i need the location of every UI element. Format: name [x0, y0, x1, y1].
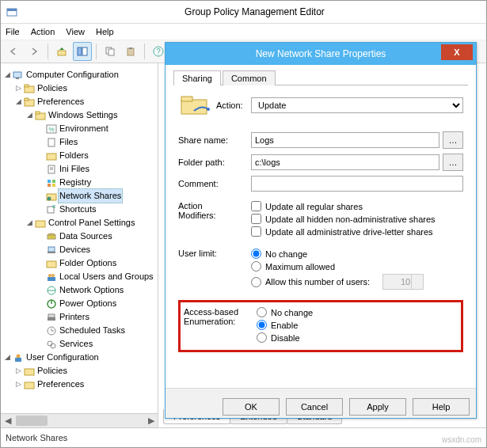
tree-control-panel-settings[interactable]: ◢Control Panel Settings [2, 216, 158, 230]
tree-local-users[interactable]: Local Users and Groups [2, 270, 158, 283]
dialog-title-bar[interactable]: New Network Share Properties X [166, 43, 476, 65]
svg-rect-21 [48, 139, 55, 146]
comment-input[interactable] [251, 176, 463, 192]
svg-rect-41 [48, 277, 55, 281]
mod-regular-shares[interactable]: Update all regular shares [251, 201, 463, 211]
share-name-label: Share name: [178, 135, 251, 145]
svg-rect-6 [108, 49, 114, 55]
close-button[interactable]: X [441, 44, 473, 60]
paste-button[interactable] [121, 42, 140, 61]
new-network-share-dialog: New Network Share Properties X Sharing C… [165, 42, 477, 419]
help-button[interactable]: Help [413, 398, 470, 416]
action-select[interactable]: Update [251, 97, 463, 113]
svg-text:?: ? [156, 47, 161, 56]
tree-view[interactable]: ◢Computer Configuration ▷Policies ◢Prefe… [1, 63, 158, 391]
abe-enable[interactable]: Enable [257, 320, 458, 330]
show-hide-tree-button[interactable] [73, 42, 92, 61]
tab-sharing[interactable]: Sharing [173, 70, 221, 85]
svg-rect-38 [47, 261, 56, 268]
tree-data-sources[interactable]: Data Sources [2, 230, 158, 243]
scroll-left-arrow[interactable]: ◀ [1, 414, 14, 427]
tree-files[interactable]: Files [2, 135, 158, 149]
tree-preferences[interactable]: ◢Preferences [2, 95, 158, 108]
scroll-thumb[interactable] [16, 416, 48, 426]
svg-rect-27 [52, 180, 55, 183]
folder-path-input[interactable] [251, 154, 439, 170]
tree-registry[interactable]: Registry [2, 176, 158, 189]
cancel-button[interactable]: Cancel [286, 398, 343, 416]
tree-pane: ◢Computer Configuration ▷Policies ◢Prefe… [1, 63, 158, 427]
tree-horizontal-scrollbar[interactable]: ◀ ▶ [1, 413, 158, 427]
menu-view[interactable]: View [66, 27, 85, 36]
svg-rect-56 [25, 382, 34, 389]
tree-windows-settings[interactable]: ◢Windows Settings [2, 108, 158, 122]
svg-rect-28 [48, 184, 51, 187]
user-limit-number[interactable]: Allow this number of users: 10 [251, 274, 463, 290]
mod-drive-letter-shares[interactable]: Update all administrative drive-letter s… [251, 226, 463, 237]
menu-file[interactable]: File [6, 27, 20, 36]
menu-bar: File Action View Help [1, 24, 486, 40]
tree-ini-files[interactable]: Ini Files [2, 162, 158, 176]
user-limit-spinner: 10 [382, 274, 424, 290]
svg-rect-46 [48, 314, 55, 317]
tree-scheduled-tasks[interactable]: Scheduled Tasks [2, 324, 158, 337]
scroll-right-arrow[interactable]: ▶ [144, 414, 158, 427]
svg-point-39 [48, 274, 51, 277]
menu-action[interactable]: Action [31, 27, 55, 36]
svg-rect-12 [16, 78, 19, 79]
status-bar: Network Shares [1, 427, 486, 447]
svg-rect-22 [47, 154, 56, 160]
svg-rect-29 [52, 184, 55, 187]
up-button[interactable] [52, 42, 71, 61]
tree-environment[interactable]: %Environment [2, 122, 158, 135]
svg-rect-58 [181, 97, 192, 101]
tree-folders[interactable]: Folders [2, 149, 158, 162]
main-window: Group Policy Management Editor File Acti… [0, 0, 487, 448]
user-limit-maximum[interactable]: Maximum allowed [251, 261, 463, 271]
tree-user-preferences[interactable]: ▷Preferences [2, 378, 158, 391]
svg-rect-35 [48, 235, 55, 239]
tree-power-options[interactable]: Power Options [2, 297, 158, 310]
svg-point-52 [51, 344, 55, 348]
back-button[interactable] [4, 42, 23, 61]
mod-hidden-shares[interactable]: Update all hidden non-administrative sha… [251, 214, 463, 224]
action-modifiers-label: Action Modifiers: [178, 201, 251, 239]
svg-rect-18 [36, 112, 40, 114]
abe-disable[interactable]: Disable [257, 332, 458, 343]
tree-folder-options[interactable]: Folder Options [2, 256, 158, 270]
tree-user-configuration[interactable]: ◢User Configuration [2, 351, 158, 364]
forward-button[interactable] [25, 42, 44, 61]
svg-point-59 [207, 108, 210, 111]
tree-computer-configuration[interactable]: ◢Computer Configuration [2, 68, 158, 82]
tree-devices[interactable]: Devices [2, 243, 158, 256]
title-bar: Group Policy Management Editor [1, 1, 486, 24]
share-name-browse-button[interactable]: … [443, 131, 463, 149]
menu-help[interactable]: Help [96, 27, 114, 36]
tree-network-shares[interactable]: Network Shares [2, 189, 158, 203]
abe-label: Access-based Enumeration: [184, 307, 257, 345]
svg-rect-33 [36, 221, 45, 227]
copy-button[interactable] [101, 42, 120, 61]
svg-rect-8 [129, 47, 132, 49]
tree-services[interactable]: Services [2, 337, 158, 351]
tree-user-policies[interactable]: ▷Policies [2, 364, 158, 378]
share-name-input[interactable] [251, 132, 439, 148]
svg-point-51 [48, 341, 52, 346]
tree-printers[interactable]: Printers [2, 310, 158, 324]
tree-network-options[interactable]: Network Options [2, 283, 158, 297]
dialog-tabs: Sharing Common [173, 70, 468, 85]
folder-path-browse-button[interactable]: … [443, 154, 463, 171]
apply-button[interactable]: Apply [349, 398, 406, 416]
comment-label: Comment: [178, 179, 251, 188]
svg-rect-26 [48, 180, 51, 183]
ok-button[interactable]: OK [223, 398, 280, 416]
svg-rect-2 [58, 51, 66, 55]
user-limit-no-change[interactable]: No change [251, 249, 463, 259]
tree-shortcuts[interactable]: Shortcuts [2, 203, 158, 216]
dialog-title: New Network Share Properties [166, 48, 476, 59]
tab-common[interactable]: Common [223, 70, 276, 85]
svg-rect-37 [48, 252, 55, 253]
share-folder-icon [178, 93, 210, 117]
abe-no-change[interactable]: No change [257, 307, 458, 317]
tree-policies[interactable]: ▷Policies [2, 82, 158, 95]
